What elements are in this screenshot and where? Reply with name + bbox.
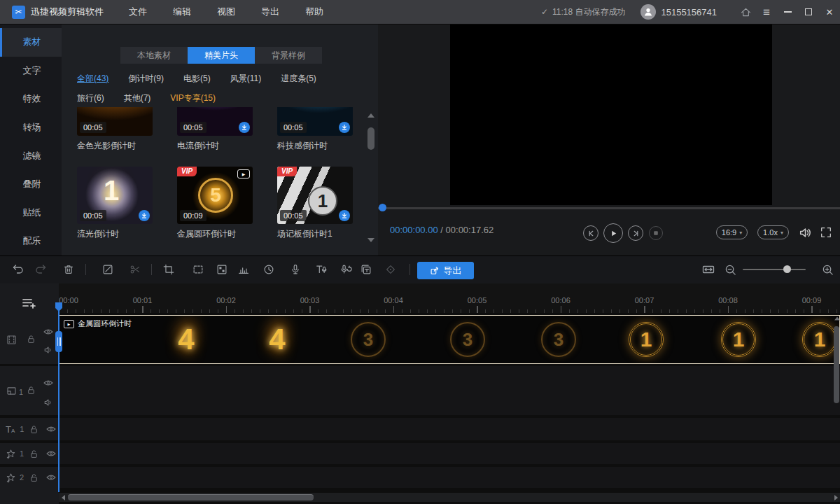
speaker-icon[interactable]: [43, 344, 54, 356]
tab-intro-templates[interactable]: 精美片头: [188, 47, 255, 64]
lock-icon[interactable]: [26, 385, 36, 396]
category-movie[interactable]: 电影(5): [183, 73, 211, 85]
lock-icon[interactable]: [29, 424, 39, 435]
tab-background-samples[interactable]: 背景样例: [255, 47, 322, 64]
sidebar-item-filters[interactable]: 滤镜: [0, 141, 62, 170]
audio-wave-button[interactable]: [237, 262, 251, 276]
timeline-clip[interactable]: ▶ 金属圆环倒计时 4 4 3 3 3 1 1 1: [59, 315, 840, 364]
download-button[interactable]: [339, 210, 350, 221]
timeline-zoom-slider-handle[interactable]: [783, 265, 791, 273]
template-thumbnail[interactable]: 00:05: [77, 107, 153, 136]
sidebar-item-media[interactable]: 素材: [0, 28, 62, 57]
undo-button[interactable]: [11, 262, 25, 276]
menu-help[interactable]: 帮助: [305, 6, 323, 18]
crop-button[interactable]: [162, 262, 176, 276]
effect-track-2-lane[interactable]: [59, 467, 840, 488]
sidebar-item-stickers[interactable]: 贴纸: [0, 199, 62, 227]
template-thumbnail[interactable]: 1 VIP 00:05: [277, 167, 353, 224]
text-track-lane[interactable]: [59, 418, 840, 440]
timeline-horizontal-scrollbar[interactable]: [59, 493, 840, 502]
timeline-ruler[interactable]: 00:00 00:01 00:02 00:03 00:04 00:05 00:0…: [59, 284, 840, 313]
fullscreen-button[interactable]: [820, 226, 832, 239]
menu-edit[interactable]: 编辑: [173, 6, 191, 18]
category-all[interactable]: 全部(43): [77, 73, 108, 85]
vertical-scrollbar-thumb[interactable]: [834, 326, 839, 403]
text-to-speech-button[interactable]: [314, 262, 328, 276]
scroll-down-arrow[interactable]: [368, 238, 374, 242]
lock-icon[interactable]: [29, 472, 39, 483]
materials-scrollbar-thumb[interactable]: [368, 127, 374, 150]
eye-icon[interactable]: [43, 326, 54, 337]
sidebar-item-overlays[interactable]: 叠附: [0, 170, 62, 199]
timeline-zoom-in-button[interactable]: [820, 262, 834, 276]
eye-icon[interactable]: [46, 424, 57, 435]
menu-file[interactable]: 文件: [129, 6, 147, 18]
category-progressbar[interactable]: 进度条(5): [281, 73, 316, 85]
scroll-right-arrow[interactable]: [834, 495, 838, 500]
maximize-button[interactable]: [798, 0, 819, 24]
template-card[interactable]: 1 00:05 流光倒计时: [77, 167, 153, 240]
home-button[interactable]: [735, 0, 756, 24]
category-countdown[interactable]: 倒计时(9): [128, 73, 164, 85]
scroll-up-arrow[interactable]: [834, 317, 840, 321]
menu-view[interactable]: 视图: [217, 6, 235, 18]
timeline-vertical-scrollbar[interactable]: [834, 316, 840, 467]
split-button[interactable]: [128, 262, 142, 276]
pip-track-lane[interactable]: [59, 366, 840, 415]
speaker-icon[interactable]: [43, 397, 54, 408]
redo-button[interactable]: [34, 262, 48, 276]
lock-icon[interactable]: [29, 449, 39, 459]
next-frame-button[interactable]: [628, 225, 643, 241]
download-button[interactable]: [239, 122, 250, 133]
template-thumbnail[interactable]: 00:05: [177, 107, 253, 136]
template-thumbnail[interactable]: 5 VIP ▶ 00:09: [177, 167, 253, 224]
scroll-left-arrow[interactable]: [62, 495, 65, 500]
sidebar-item-effects[interactable]: 特效: [0, 85, 62, 113]
previous-frame-button[interactable]: [583, 225, 598, 241]
keyframe-button[interactable]: [384, 262, 398, 276]
sidebar-item-music[interactable]: 配乐: [0, 227, 62, 255]
category-other[interactable]: 其他(7): [124, 92, 151, 104]
voice-changer-button[interactable]: [339, 262, 353, 276]
stop-button[interactable]: [649, 226, 663, 240]
template-card[interactable]: 00:05 金色光影倒计时: [77, 107, 153, 152]
menu-export[interactable]: 导出: [261, 6, 279, 18]
preview-seekbar[interactable]: [378, 207, 840, 209]
eye-icon[interactable]: [46, 472, 57, 483]
tab-local-media[interactable]: 本地素材: [120, 47, 188, 64]
template-card[interactable]: 00:05 科技感倒计时: [277, 107, 353, 152]
username[interactable]: 15155156741: [661, 7, 717, 18]
download-button[interactable]: [339, 122, 350, 133]
category-travel[interactable]: 旅行(6): [77, 92, 104, 104]
text-recognition-button[interactable]: [359, 262, 373, 276]
seekbar-handle[interactable]: [379, 204, 386, 211]
eye-icon[interactable]: [43, 377, 54, 388]
record-voiceover-button[interactable]: [288, 262, 302, 276]
timeline-zoom-out-button[interactable]: [723, 262, 737, 276]
scroll-up-arrow[interactable]: [368, 113, 374, 118]
category-vip[interactable]: VIP专享(15): [170, 92, 216, 104]
hamburger-menu-button[interactable]: ≡: [756, 0, 777, 24]
aspect-ratio-dropdown[interactable]: 16:9▾: [716, 225, 748, 239]
template-card[interactable]: 00:05 电流倒计时: [177, 107, 253, 152]
canvas-size-button[interactable]: [191, 262, 205, 276]
speed-button[interactable]: [262, 262, 276, 276]
delete-button[interactable]: [62, 262, 76, 276]
timeline-zoom-slider[interactable]: [743, 269, 806, 270]
effect-track-1-lane[interactable]: [59, 443, 840, 464]
export-button[interactable]: 导出: [417, 262, 474, 279]
close-button[interactable]: ✕: [819, 0, 840, 24]
horizontal-scrollbar-thumb[interactable]: [68, 494, 314, 500]
play-button[interactable]: [603, 223, 623, 243]
playback-speed-dropdown[interactable]: 1.0x▾: [757, 225, 789, 239]
template-card[interactable]: 5 VIP ▶ 00:09 金属圆环倒计时: [177, 167, 253, 240]
lock-icon[interactable]: [26, 334, 36, 344]
edit-button[interactable]: [101, 262, 115, 276]
avatar[interactable]: [640, 4, 656, 20]
category-scenery[interactable]: 风景(11): [230, 73, 261, 85]
sidebar-item-text[interactable]: 文字: [0, 57, 62, 85]
fit-timeline-button[interactable]: [701, 262, 715, 276]
template-card[interactable]: 1 VIP 00:05 场记板倒计时1: [277, 167, 353, 240]
add-track-button[interactable]: [21, 296, 36, 310]
download-button[interactable]: [139, 210, 150, 221]
